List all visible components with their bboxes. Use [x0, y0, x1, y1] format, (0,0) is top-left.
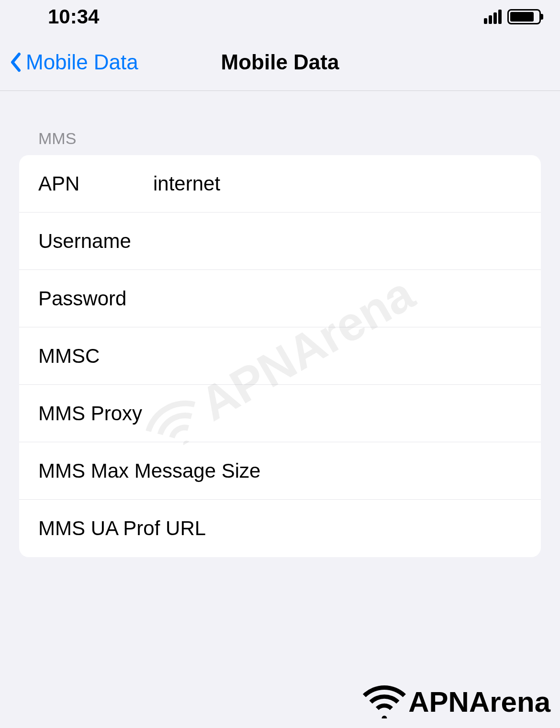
battery-icon: [507, 9, 541, 24]
input-apn[interactable]: [153, 172, 522, 195]
status-time: 10:34: [48, 5, 99, 28]
input-mmsc[interactable]: [153, 345, 522, 368]
content: MMS APN Username Password MMSC MMS Proxy: [0, 91, 560, 557]
settings-group-mms: APN Username Password MMSC MMS Proxy MMS…: [19, 155, 541, 557]
status-bar: 10:34: [0, 0, 560, 34]
input-mms-max-size[interactable]: [260, 459, 522, 482]
status-icons: [484, 9, 541, 24]
wifi-icon: [363, 685, 406, 718]
label-username: Username: [38, 230, 153, 253]
page-title: Mobile Data: [221, 50, 339, 74]
label-mms-proxy: MMS Proxy: [38, 402, 142, 425]
nav-bar: Mobile Data Mobile Data: [0, 34, 560, 91]
back-button[interactable]: Mobile Data: [0, 50, 138, 74]
row-mms-max-size[interactable]: MMS Max Message Size: [19, 442, 541, 500]
label-apn: APN: [38, 172, 153, 195]
cellular-signal-icon: [484, 10, 502, 24]
row-mms-proxy[interactable]: MMS Proxy: [19, 385, 541, 442]
row-mmsc[interactable]: MMSC: [19, 327, 541, 385]
label-password: Password: [38, 287, 153, 310]
row-username[interactable]: Username: [19, 213, 541, 270]
label-mms-max-size: MMS Max Message Size: [38, 459, 260, 482]
label-mmsc: MMSC: [38, 345, 153, 368]
section-header-mms: MMS: [0, 129, 560, 155]
input-mms-ua-prof[interactable]: [206, 517, 522, 540]
row-apn[interactable]: APN: [19, 155, 541, 213]
footer-logo: APNArena: [363, 685, 550, 718]
input-mms-proxy[interactable]: [142, 402, 522, 425]
footer-text: APNArena: [408, 685, 550, 718]
chevron-left-icon: [10, 52, 21, 72]
input-username[interactable]: [153, 230, 522, 253]
label-mms-ua-prof: MMS UA Prof URL: [38, 517, 206, 540]
input-password[interactable]: [153, 287, 522, 310]
back-label: Mobile Data: [26, 50, 138, 74]
row-mms-ua-prof[interactable]: MMS UA Prof URL: [19, 500, 541, 557]
row-password[interactable]: Password: [19, 270, 541, 327]
